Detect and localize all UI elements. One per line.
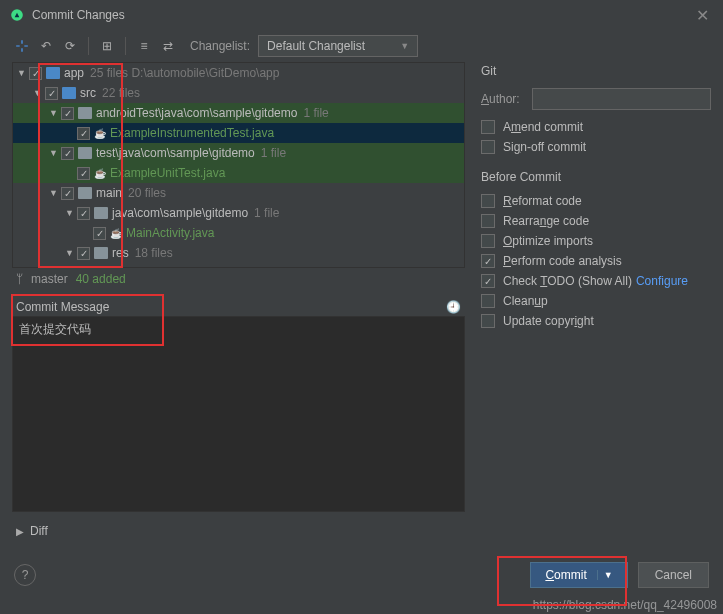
tree-item-name: test\java\com\sample\gitdemo [96,146,255,160]
commit-message-header: Commit Message 🕘 [12,298,465,316]
expand-arrow-icon[interactable]: ▼ [33,88,45,98]
commit-split-icon[interactable]: ▼ [597,570,613,580]
collapse-all-icon[interactable]: ⇄ [158,36,178,56]
folder-icon [94,247,108,259]
refresh-vcs-icon[interactable] [12,36,32,56]
tree-item-name: src [80,86,96,100]
close-icon[interactable]: ✕ [692,6,713,25]
group-icon[interactable]: ⊞ [97,36,117,56]
commit-button[interactable]: Commit ▼ [530,562,627,588]
amend-label: Amend commit [503,120,583,134]
tree-row[interactable]: ▼java\com\sample\gitdemo1 file [13,203,464,223]
checkbox-icon[interactable] [481,314,495,328]
tree-row[interactable]: MainActivity.java [13,223,464,243]
checkbox-icon[interactable] [481,294,495,308]
undo-icon[interactable]: ↶ [36,36,56,56]
option-label: Rearrange code [503,214,589,228]
before-commit-option[interactable]: Optimize imports [481,234,711,248]
changelist-value: Default Changelist [267,39,365,53]
option-label: Update copyright [503,314,594,328]
checkbox-icon[interactable] [93,227,106,240]
checkbox-icon[interactable] [481,194,495,208]
tree-item-name: androidTest\java\com\sample\gitdemo [96,106,297,120]
changelist-label: Changelist: [190,39,250,53]
commit-label: Commit [545,568,586,582]
folder-icon [62,87,76,99]
before-commit-option[interactable]: Reformat code [481,194,711,208]
changes-tree[interactable]: ▼app25 files D:\automobile\GitDemo\app▼s… [12,62,465,268]
tree-row[interactable]: ▼src22 files [13,83,464,103]
checkbox-icon[interactable] [45,87,58,100]
tree-row[interactable]: ExampleInstrumentedTest.java [13,123,464,143]
expand-arrow-icon[interactable]: ▼ [49,148,61,158]
expand-all-icon[interactable]: ≡ [134,36,154,56]
window-title: Commit Changes [32,8,692,22]
branch-bar: ᛘ master 40 added [12,268,465,290]
titlebar: Commit Changes ✕ [0,0,723,30]
tree-row[interactable]: ▼test\java\com\sample\gitdemo1 file [13,143,464,163]
separator [88,37,89,55]
checkbox-icon[interactable] [61,187,74,200]
checkbox-icon[interactable] [77,127,90,140]
chevron-down-icon: ▼ [400,41,409,51]
git-section-title: Git [481,64,711,78]
tree-item-name: main [96,186,122,200]
checkbox-icon[interactable] [29,67,42,80]
folder-icon [78,187,92,199]
java-file-icon [110,226,122,240]
checkbox-icon[interactable] [481,214,495,228]
expand-arrow-icon[interactable]: ▼ [49,108,61,118]
branch-name: master [31,272,68,286]
expand-arrow-icon[interactable]: ▼ [17,68,29,78]
checkbox-icon[interactable] [77,247,90,260]
checkbox-icon[interactable] [61,147,74,160]
expand-arrow-icon[interactable]: ▼ [49,188,61,198]
checkbox-icon[interactable] [77,167,90,180]
commit-message-label: Commit Message [16,300,109,314]
tree-row[interactable]: ▼main20 files [13,183,464,203]
history-icon[interactable]: 🕘 [446,300,461,314]
diff-section[interactable]: ▶ Diff [12,518,465,544]
help-button[interactable]: ? [14,564,36,586]
option-label: Reformat code [503,194,582,208]
tree-row[interactable]: ▼app25 files D:\automobile\GitDemo\app [13,63,464,83]
before-commit-option[interactable]: Check TODO (Show All)Configure [481,274,711,288]
signoff-commit-checkbox[interactable]: Sign-off commit [481,140,711,154]
option-label: Perform code analysis [503,254,622,268]
before-commit-option[interactable]: Cleanup [481,294,711,308]
configure-link[interactable]: Configure [636,274,688,288]
commit-message-input[interactable]: 首次提交代码 [12,316,465,512]
checkbox-icon[interactable] [481,274,495,288]
java-file-icon [94,126,106,140]
checkbox-icon[interactable] [481,120,495,134]
diff-label: Diff [30,524,48,538]
checkbox-icon[interactable] [481,234,495,248]
before-commit-option[interactable]: Update copyright [481,314,711,328]
checkbox-icon[interactable] [481,140,495,154]
checkbox-icon[interactable] [481,254,495,268]
tree-row[interactable]: ▼androidTest\java\com\sample\gitdemo1 fi… [13,103,464,123]
redo-icon[interactable]: ⟳ [60,36,80,56]
option-label: Cleanup [503,294,548,308]
tree-item-name: java\com\sample\gitdemo [112,206,248,220]
tree-row[interactable]: ExampleUnitTest.java [13,163,464,183]
option-label: Optimize imports [503,234,593,248]
folder-icon [94,207,108,219]
tree-item-meta: 22 files [102,86,140,100]
tree-row[interactable]: ▼res18 files [13,243,464,263]
changelist-dropdown[interactable]: Default Changelist ▼ [258,35,418,57]
before-commit-option[interactable]: Perform code analysis [481,254,711,268]
checkbox-icon[interactable] [61,107,74,120]
checkbox-icon[interactable] [77,207,90,220]
cancel-button[interactable]: Cancel [638,562,709,588]
expand-arrow-icon[interactable]: ▼ [65,248,77,258]
amend-commit-checkbox[interactable]: Amend commit [481,120,711,134]
author-input[interactable] [532,88,711,110]
tree-item-name: res [112,246,129,260]
chevron-right-icon: ▶ [16,526,24,537]
expand-arrow-icon[interactable]: ▼ [65,208,77,218]
tree-item-meta: 25 files D:\automobile\GitDemo\app [90,66,279,80]
tree-item-name: app [64,66,84,80]
before-commit-option[interactable]: Rearrange code [481,214,711,228]
author-label: Author: [481,92,532,106]
